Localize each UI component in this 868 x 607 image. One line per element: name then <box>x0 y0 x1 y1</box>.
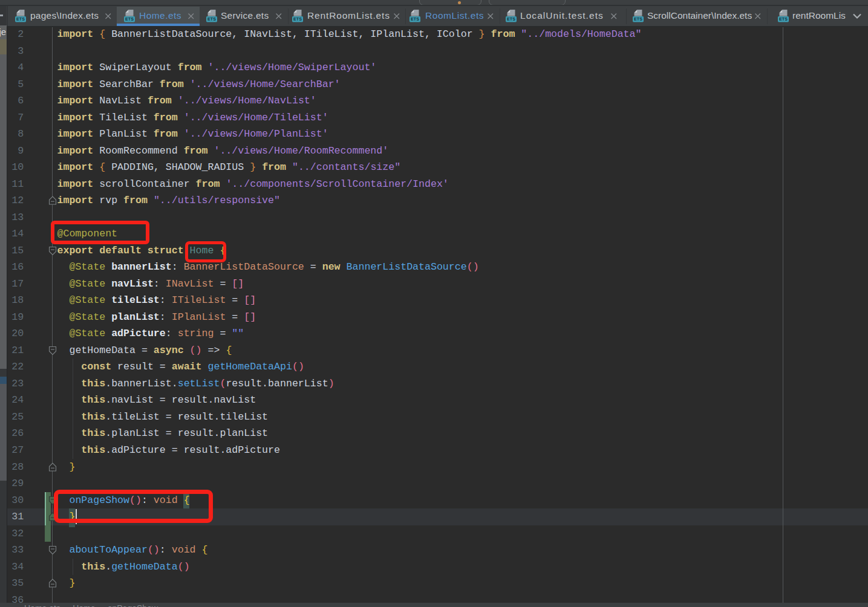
svg-text:ETS: ETS <box>634 16 642 22</box>
svg-text:ETS: ETS <box>207 16 216 22</box>
svg-text:ETS: ETS <box>507 16 515 22</box>
svg-text:ETS: ETS <box>779 16 788 22</box>
svg-text:ETS: ETS <box>411 16 419 22</box>
svg-text:ETS: ETS <box>125 16 134 22</box>
svg-text:ETS: ETS <box>16 16 25 22</box>
svg-text:ETS: ETS <box>293 16 302 22</box>
